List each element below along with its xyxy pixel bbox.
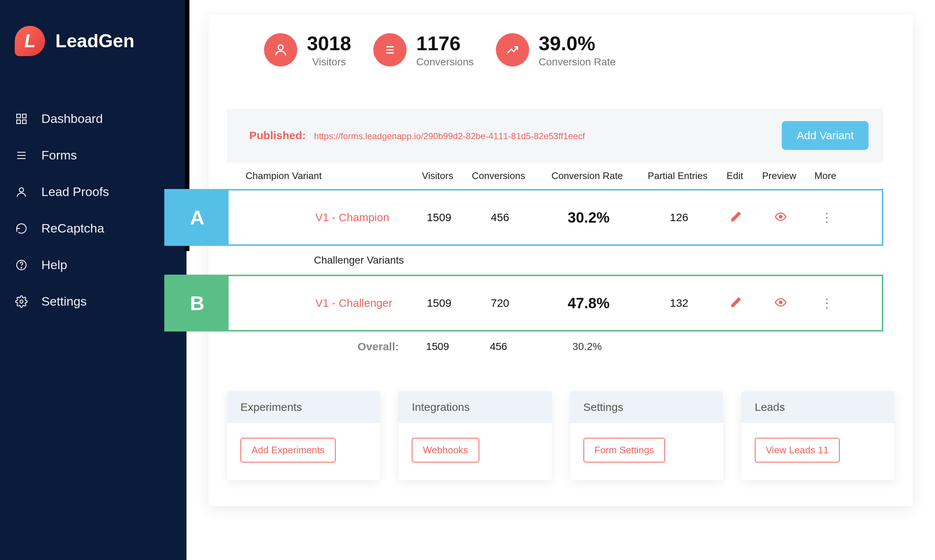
webhooks-button[interactable]: Webhooks [412,438,479,463]
dashboard-icon [15,112,28,126]
experiment-panel: Published: https://forms.leadgenapp.io/2… [227,109,883,362]
card-settings: Settings Form Settings [570,391,723,480]
stat-rate: 39.0% Conversion Rate [496,33,616,68]
sidebar-item-lead-proofs[interactable]: Lead Proofs [0,174,186,210]
challenger-section-header: Challenger Variants [227,246,883,275]
sidebar-item-dashboard[interactable]: Dashboard [0,100,186,137]
sidebar-item-forms[interactable]: Forms [0,137,186,174]
col-visitors: Visitors [414,170,462,182]
form-settings-button[interactable]: Form Settings [584,438,665,463]
edit-button[interactable] [718,211,755,225]
published-url-link[interactable]: https://forms.leadgenapp.io/290b99d2-82b… [314,131,585,142]
variant-visitors: 1509 [415,211,463,224]
col-partial-entries: Partial Entries [639,170,716,182]
svg-rect-1 [23,114,26,118]
svg-rect-2 [17,120,20,123]
col-champion-variant: Champion Variant [227,170,414,182]
edit-button[interactable] [718,296,755,310]
view-leads-button[interactable]: View Leads 11 [755,438,840,463]
user-icon [15,185,28,198]
col-more: More [805,170,846,182]
variant-row-a: A V1 - Champion 1509 456 30.2% 126 ⋮ [164,189,883,246]
gear-icon [15,295,28,308]
main-content: 3018 Visitors 1176 Conversions 39.0% [186,0,935,560]
sidebar-item-settings[interactable]: Settings [0,283,186,320]
card-integrations: Integrations Webhooks [399,391,551,480]
card-title: Leads [741,391,894,423]
stat-rate-value: 39.0% [539,33,616,53]
content-card: 3018 Visitors 1176 Conversions 39.0% [209,15,913,506]
variant-name[interactable]: V1 - Challenger [297,297,415,309]
card-leads: Leads View Leads 11 [741,391,894,480]
sidebar-item-label: Lead Proofs [42,185,109,199]
variant-name[interactable]: V1 - Champion [297,211,415,224]
card-title: Settings [570,391,723,423]
col-conversions: Conversions [462,170,536,182]
more-menu-button[interactable]: ⋮ [807,214,847,221]
help-icon [15,258,28,272]
add-experiments-button[interactable]: Add Experiments [240,438,336,463]
brand-name: LeadGen [55,30,134,52]
variant-conversions: 720 [463,297,537,309]
preview-button[interactable] [755,296,807,310]
card-title: Experiments [227,391,380,423]
sidebar-item-label: ReCaptcha [42,221,104,235]
svg-point-10 [20,300,23,303]
svg-point-7 [19,188,23,192]
overall-visitors: 1509 [414,341,462,352]
overall-row: Overall: 1509 456 30.2% [227,331,883,362]
variant-partial: 132 [640,297,718,309]
variant-badge-a: A [166,191,229,245]
rate-icon [496,33,529,66]
col-conversion-rate: Conversion Rate [536,170,639,182]
stat-visitors: 3018 Visitors [264,33,351,68]
stat-conversions-label: Conversions [416,56,474,68]
sidebar-item-label: Dashboard [42,111,103,126]
published-row: Published: https://forms.leadgenapp.io/2… [227,109,883,162]
variant-conversions: 456 [463,211,537,224]
sidebar-item-recaptcha[interactable]: ReCaptcha [0,210,186,246]
variant-visitors: 1509 [415,297,463,309]
footer-cards-row: Experiments Add Experiments Integrations… [223,391,898,480]
refresh-icon [15,222,28,235]
svg-point-15 [779,215,783,218]
forms-icon [15,149,28,162]
visitors-icon [264,33,297,66]
svg-rect-0 [17,114,20,118]
brand-row: L LeadGen [0,26,186,56]
svg-point-11 [278,45,283,50]
brand-logo-icon: L [15,26,45,56]
col-challenger-variants: Challenger Variants [296,254,883,266]
stat-visitors-label: Visitors [307,56,351,68]
variant-partial: 126 [640,211,718,224]
variant-row-b: B V1 - Challenger 1509 720 47.8% 132 ⋮ [164,275,883,331]
sidebar-item-label: Forms [42,148,77,162]
variants-table: Champion Variant Visitors Conversions Co… [227,162,883,362]
published-label: Published: [249,129,306,142]
overall-rate: 30.2% [536,341,639,352]
svg-point-9 [21,267,22,268]
overall-label: Overall: [227,340,414,353]
conversions-icon [373,33,407,66]
svg-rect-3 [23,120,26,123]
more-menu-button[interactable]: ⋮ [807,300,847,306]
stats-row: 3018 Visitors 1176 Conversions 39.0% [223,33,898,68]
card-experiments: Experiments Add Experiments [227,391,380,480]
stat-conversions-value: 1176 [416,33,474,53]
stat-conversions: 1176 Conversions [373,33,474,68]
variant-rate: 30.2% [537,209,640,226]
variant-badge-b: B [166,276,229,330]
col-preview: Preview [753,170,805,182]
card-title: Integrations [399,391,551,423]
svg-point-16 [779,301,783,304]
sidebar-item-label: Settings [42,294,87,309]
add-variant-button[interactable]: Add Variant [782,121,869,150]
col-edit: Edit [716,170,753,182]
sidebar-item-help[interactable]: Help [0,246,186,283]
overall-conversions: 456 [462,341,536,352]
stat-visitors-value: 3018 [307,33,351,53]
sidebar-item-label: Help [42,258,67,272]
sidebar: L LeadGen Dashboard Forms Lead Proofs Re… [0,0,186,560]
preview-button[interactable] [755,211,807,225]
stat-rate-label: Conversion Rate [539,56,616,68]
